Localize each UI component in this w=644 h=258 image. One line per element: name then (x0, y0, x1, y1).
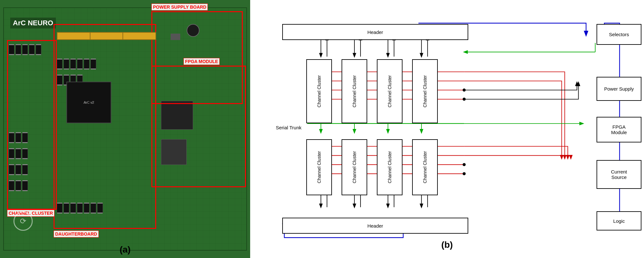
pcb-photo-panel: ArC NEURO ArC v2 (0, 0, 250, 258)
selectors-box: Selectors (597, 24, 641, 45)
header-bottom-box: Header (282, 218, 468, 234)
channel-cluster-top-1: Channel Cluster (306, 59, 332, 123)
cluster-label: Channel Cluster (422, 75, 428, 107)
block-diagram-panel: Header Header Selectors Power Supply FPG… (250, 0, 644, 258)
diagram-container: Header Header Selectors Power Supply FPG… (257, 6, 638, 252)
channel-cluster-top-3: Channel Cluster (377, 59, 402, 123)
logic-label: Logic (613, 218, 625, 224)
svg-point-8 (462, 89, 466, 92)
serial-trunk-label: Serial Trunk (276, 125, 301, 130)
svg-point-9 (462, 98, 466, 101)
fpga-module-label: FPGA MODULE (183, 58, 220, 65)
diagram-arrows (257, 6, 638, 252)
channel-cluster-bottom-2: Channel Cluster (342, 139, 367, 195)
current-source-label: Current Source (611, 169, 627, 180)
cluster-label: Channel Cluster (352, 151, 357, 183)
daughterboard-label: DAUGHTERBOARD (54, 230, 99, 238)
svg-point-10 (462, 163, 466, 166)
logic-box: Logic (597, 211, 641, 230)
board-logo: ⟳ (13, 212, 33, 231)
cluster-label: Channel Cluster (352, 75, 357, 107)
power-supply-box-diag: Power Supply (597, 77, 641, 101)
channel-cluster-bottom-4: Channel Cluster (412, 139, 438, 195)
fpga-module-box-diag: FPGA Module (597, 117, 641, 142)
cluster-label: Channel Cluster (387, 75, 393, 107)
cluster-label: Channel Cluster (317, 151, 322, 183)
caption-b: (b) (441, 240, 453, 250)
channel-cluster-outline (7, 40, 57, 210)
cluster-label: Channel Cluster (317, 75, 322, 107)
header-top-box: Header (282, 24, 468, 40)
connector-top (57, 32, 156, 40)
channel-cluster-bottom-1: Channel Cluster (306, 139, 332, 195)
cluster-label: Channel Cluster (387, 151, 393, 183)
svg-point-11 (462, 172, 466, 175)
arc-logo: ArC NEURO (10, 18, 56, 28)
selectors-label: Selectors (609, 32, 629, 37)
header-top-label: Header (367, 29, 383, 35)
daughterboard-outline (54, 24, 156, 229)
channel-cluster-bottom-3: Channel Cluster (377, 139, 402, 195)
power-supply-label: Power Supply (604, 86, 634, 92)
header-bottom-label: Header (367, 223, 383, 229)
power-supply-board-label: POWER SUPPLY BOARD (151, 4, 208, 11)
channel-cluster-top-4: Channel Cluster (412, 59, 438, 123)
current-source-box: Current Source (597, 160, 641, 189)
fpga-module-label: FPGA Module (611, 124, 627, 135)
caption-a: (a) (120, 245, 131, 255)
pcb-board: ArC NEURO ArC v2 (3, 7, 247, 251)
fpga-module-outline (151, 66, 246, 187)
cluster-label: Channel Cluster (422, 151, 428, 183)
channel-cluster-top-2: Channel Cluster (342, 59, 367, 123)
